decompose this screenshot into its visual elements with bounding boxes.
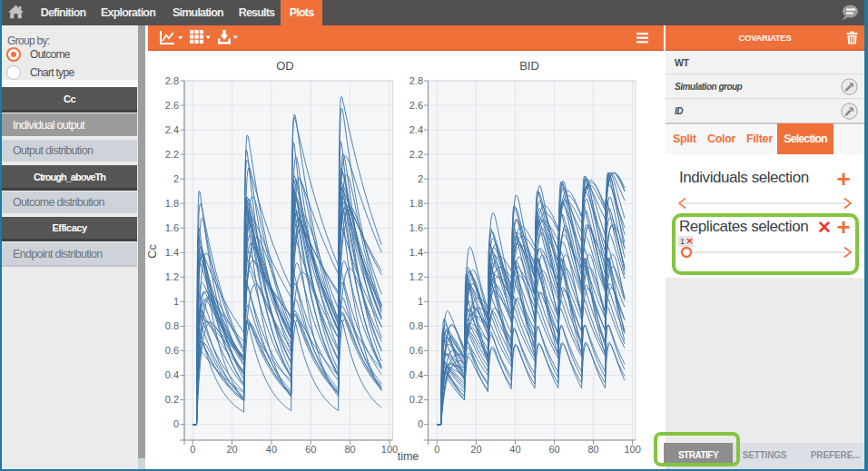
- svg-text:1.2: 1.2: [165, 271, 179, 282]
- svg-text:time: time: [398, 450, 419, 463]
- svg-text:0: 0: [434, 444, 439, 455]
- svg-text:0.4: 0.4: [409, 369, 423, 380]
- svg-text:0.8: 0.8: [409, 320, 423, 331]
- svg-text:20: 20: [470, 444, 481, 455]
- svg-text:1.2: 1.2: [409, 271, 423, 282]
- svg-text:0: 0: [190, 444, 195, 455]
- svg-text:0.2: 0.2: [409, 394, 423, 405]
- svg-text:0.8: 0.8: [165, 320, 179, 331]
- svg-text:0.4: 0.4: [165, 369, 179, 380]
- svg-text:2.6: 2.6: [165, 100, 179, 111]
- svg-text:60: 60: [305, 444, 316, 455]
- svg-text:2.2: 2.2: [409, 149, 423, 160]
- svg-text:1.4: 1.4: [409, 247, 423, 258]
- svg-text:2: 2: [173, 173, 179, 184]
- svg-text:Cc: Cc: [146, 244, 159, 258]
- svg-text:0: 0: [173, 418, 179, 429]
- svg-text:1.8: 1.8: [165, 198, 179, 209]
- svg-text:80: 80: [344, 444, 355, 455]
- svg-text:1.8: 1.8: [409, 198, 423, 209]
- svg-text:2: 2: [418, 173, 423, 184]
- svg-text:BID: BID: [519, 59, 539, 73]
- svg-text:OD: OD: [276, 59, 294, 73]
- svg-text:2.4: 2.4: [165, 124, 179, 135]
- svg-text:100: 100: [381, 444, 398, 455]
- svg-text:0.2: 0.2: [165, 394, 179, 405]
- svg-text:0: 0: [418, 418, 423, 429]
- svg-text:80: 80: [587, 444, 598, 455]
- svg-text:1.6: 1.6: [409, 222, 423, 233]
- svg-text:40: 40: [509, 444, 520, 455]
- svg-text:20: 20: [226, 444, 237, 455]
- svg-text:1.4: 1.4: [165, 247, 179, 258]
- svg-text:40: 40: [266, 444, 277, 455]
- svg-text:1: 1: [418, 296, 423, 307]
- svg-text:0.6: 0.6: [409, 345, 423, 356]
- svg-text:1: 1: [173, 296, 179, 307]
- svg-text:2.8: 2.8: [165, 75, 179, 86]
- svg-text:2.6: 2.6: [409, 100, 423, 111]
- svg-text:1.6: 1.6: [165, 222, 179, 233]
- svg-text:2.2: 2.2: [165, 149, 179, 160]
- svg-text:0.6: 0.6: [165, 345, 179, 356]
- svg-text:60: 60: [548, 444, 559, 455]
- svg-text:2.4: 2.4: [409, 124, 423, 135]
- svg-text:2.8: 2.8: [409, 75, 423, 86]
- svg-text:100: 100: [624, 444, 640, 455]
